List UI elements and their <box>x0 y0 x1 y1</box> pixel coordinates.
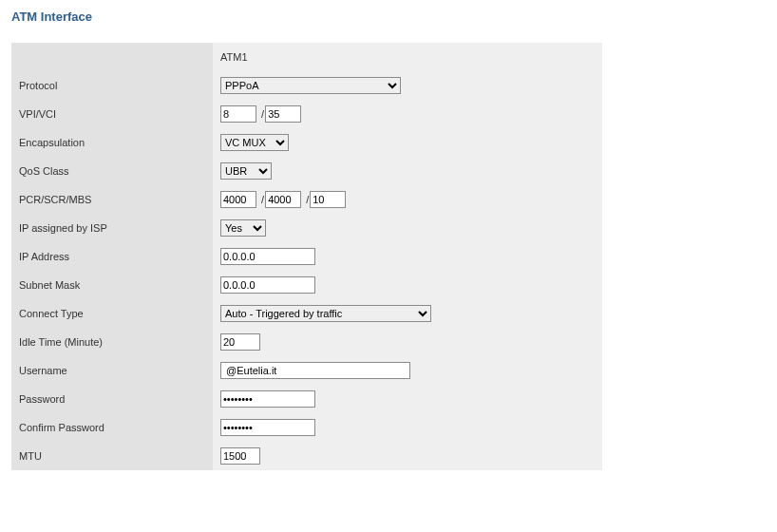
page-title: ATM Interface <box>11 10 766 24</box>
table-row: QoS Class UBR <box>11 157 602 185</box>
protocol-select[interactable]: PPPoA <box>220 77 401 94</box>
subnet-input[interactable] <box>220 276 315 294</box>
table-row: Confirm Password <box>11 413 602 442</box>
confirm-password-input[interactable] <box>220 419 315 436</box>
confirm-label: Confirm Password <box>11 413 213 442</box>
scr-input[interactable] <box>265 191 301 208</box>
mbs-input[interactable] <box>310 191 346 208</box>
vpivci-label: VPI/VCI <box>11 100 213 128</box>
settings-table: ATM1 Protocol PPPoA VPI/VCI / Encapsulat… <box>11 43 602 470</box>
table-row: VPI/VCI / <box>11 100 602 128</box>
encapsulation-label: Encapsulation <box>11 128 213 157</box>
table-row: Idle Time (Minute) <box>11 328 602 356</box>
table-row: IP assigned by ISP Yes <box>11 214 602 242</box>
pcrscrmbs-label: PCR/SCR/MBS <box>11 185 213 214</box>
column-header: ATM1 <box>213 43 602 71</box>
pcr-input[interactable] <box>220 191 256 208</box>
idletime-label: Idle Time (Minute) <box>11 328 213 356</box>
qos-select[interactable]: UBR <box>220 162 272 180</box>
slash-separator: / <box>306 194 309 205</box>
idletime-input[interactable] <box>220 333 260 351</box>
username-input[interactable] <box>220 362 410 379</box>
qos-label: QoS Class <box>11 157 213 185</box>
password-input[interactable] <box>220 390 315 408</box>
table-row: MTU <box>11 442 602 470</box>
table-row: Encapsulation VC MUX <box>11 128 602 157</box>
connecttype-label: Connect Type <box>11 299 213 328</box>
username-label: Username <box>11 356 213 385</box>
mtu-label: MTU <box>11 442 213 470</box>
encapsulation-select[interactable]: VC MUX <box>220 134 289 151</box>
protocol-label: Protocol <box>11 71 213 100</box>
subnet-label: Subnet Mask <box>11 271 213 299</box>
vpi-input[interactable] <box>220 105 256 123</box>
connecttype-select[interactable]: Auto - Triggered by traffic <box>220 305 431 322</box>
empty-header <box>11 43 213 71</box>
table-row: PCR/SCR/MBS / / <box>11 185 602 214</box>
table-row: Password <box>11 385 602 413</box>
table-row: Subnet Mask <box>11 271 602 299</box>
ipassigned-select[interactable]: Yes <box>220 219 266 237</box>
table-row: Protocol PPPoA <box>11 71 602 100</box>
table-header-row: ATM1 <box>11 43 602 71</box>
vci-input[interactable] <box>265 105 301 123</box>
mtu-input[interactable] <box>220 447 260 465</box>
slash-separator: / <box>261 194 264 205</box>
password-label: Password <box>11 385 213 413</box>
table-row: Username <box>11 356 602 385</box>
ipassigned-label: IP assigned by ISP <box>11 214 213 242</box>
table-row: Connect Type Auto - Triggered by traffic <box>11 299 602 328</box>
ipaddress-label: IP Address <box>11 242 213 271</box>
slash-separator: / <box>261 108 264 120</box>
table-row: IP Address <box>11 242 602 271</box>
ipaddress-input[interactable] <box>220 248 315 265</box>
